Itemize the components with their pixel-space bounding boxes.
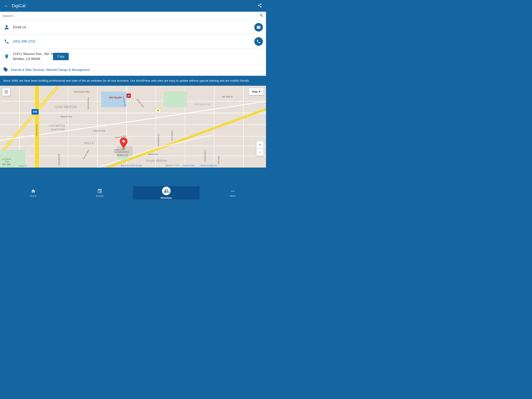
location-icon bbox=[3, 53, 10, 60]
nav-directory-label: Directory bbox=[161, 196, 172, 199]
svg-text:Greenleaf Ave: Greenleaf Ave bbox=[157, 135, 159, 147]
svg-text:Michigan Park: Michigan Park bbox=[195, 103, 211, 106]
tag-icon bbox=[3, 67, 8, 73]
svg-text:Map data ©2019 Google: Map data ©2019 Google bbox=[121, 164, 142, 167]
map-svg: Washington Blvd Slauson Ave Slauson Ave … bbox=[0, 86, 266, 167]
categories-text: Internet & Web Services, Website Design … bbox=[11, 68, 90, 72]
copy-button[interactable]: Copy bbox=[53, 53, 69, 60]
directory-active-circle bbox=[162, 187, 171, 195]
svg-text:Gunn Ave: Gunn Ave bbox=[218, 156, 220, 164]
map-type-label: Map bbox=[252, 90, 258, 93]
person-icon bbox=[3, 24, 10, 31]
search-bar bbox=[0, 12, 266, 20]
search-icon bbox=[259, 13, 264, 19]
info-section: Email Us (562) 696-2222 12411 Sla bbox=[0, 20, 266, 76]
phone-icon bbox=[3, 38, 10, 45]
svg-text:Sorensen Ave: Sorensen Ave bbox=[87, 97, 89, 110]
email-row[interactable]: Email Us bbox=[0, 20, 266, 34]
svg-text:605: 605 bbox=[33, 110, 37, 113]
nav-events-label: Events bbox=[96, 194, 104, 197]
svg-text:500 m: 500 m bbox=[165, 164, 171, 167]
google-logo: Google bbox=[2, 163, 11, 166]
search-input[interactable] bbox=[2, 14, 259, 18]
directory-icon bbox=[164, 188, 169, 194]
bottom-navigation: Home Events Directory More bbox=[0, 186, 266, 200]
svg-text:Los Nietos: Los Nietos bbox=[2, 158, 11, 160]
nav-item-events[interactable]: Events bbox=[67, 186, 133, 200]
zoom-out-button[interactable]: − bbox=[256, 148, 264, 156]
svg-text:Santa Fe: Santa Fe bbox=[19, 165, 27, 167]
hamburger-line bbox=[5, 92, 8, 92]
map-menu-button[interactable] bbox=[2, 88, 10, 96]
address-line1: 12411 Slauson Ave., Ste. A bbox=[13, 51, 53, 57]
address-row[interactable]: 12411 Slauson Ave., Ste. A Whittier, CA … bbox=[0, 49, 266, 64]
svg-rect-29 bbox=[101, 91, 127, 107]
svg-text:Pioneer Blvd: Pioneer Blvd bbox=[36, 125, 38, 136]
map-type-button[interactable]: Map ▾ bbox=[249, 88, 264, 95]
app-title: DigiCal bbox=[12, 3, 257, 8]
description-text: Since 1998, we have been building profes… bbox=[0, 76, 266, 86]
svg-text:Calmada Ave: Calmada Ave bbox=[204, 150, 206, 162]
zoom-in-button[interactable]: + bbox=[256, 141, 264, 148]
hamburger-line bbox=[5, 93, 8, 93]
svg-text:JUNCTION: JUNCTION bbox=[51, 128, 65, 131]
svg-text:Report a map error: Report a map error bbox=[201, 164, 217, 167]
svg-text:LOS NIETOS: LOS NIETOS bbox=[56, 105, 77, 109]
email-label: Email Us bbox=[13, 25, 254, 29]
svg-text:PIH Health: PIH Health bbox=[109, 96, 122, 99]
events-icon bbox=[97, 189, 102, 194]
back-button[interactable]: ← bbox=[4, 3, 9, 9]
nav-item-home[interactable]: Home bbox=[0, 186, 67, 200]
svg-text:Whittier DMV: Whittier DMV bbox=[148, 153, 158, 155]
svg-text:VALLA: VALLA bbox=[84, 142, 94, 145]
svg-text:Mulberry Dr: Mulberry Dr bbox=[117, 154, 128, 156]
address-line2: Whittier, CA 90606 bbox=[13, 57, 53, 62]
map-type-chevron: ▾ bbox=[259, 90, 260, 93]
svg-text:H: H bbox=[128, 94, 129, 97]
svg-text:Painter Ave: Painter Ave bbox=[171, 130, 173, 141]
svg-text:Washington Blvd: Washington Blvd bbox=[74, 90, 90, 93]
svg-text:LOS NIETOS: LOS NIETOS bbox=[49, 124, 65, 127]
svg-text:High School District: High School District bbox=[114, 151, 129, 153]
zoom-controls: + − bbox=[256, 141, 264, 156]
email-action-button[interactable] bbox=[254, 23, 263, 32]
share-button[interactable] bbox=[257, 3, 262, 9]
nav-more-label: More bbox=[230, 194, 236, 197]
home-icon bbox=[31, 189, 36, 194]
nav-item-more[interactable]: More bbox=[200, 186, 266, 200]
phone-row[interactable]: (562) 696-2222 bbox=[0, 34, 266, 49]
address-content: 12411 Slauson Ave., Ste. A Whittier, CA … bbox=[13, 51, 53, 61]
svg-text:Slauson Ave: Slauson Ave bbox=[94, 129, 105, 132]
nav-home-label: Home bbox=[30, 194, 37, 197]
svg-text:Terms of Use: Terms of Use bbox=[183, 164, 195, 167]
phone-action-button[interactable] bbox=[254, 37, 263, 46]
map-container[interactable]: Washington Blvd Slauson Ave Slauson Ave … bbox=[0, 86, 266, 167]
svg-text:Mar Vista St: Mar Vista St bbox=[222, 96, 233, 98]
svg-rect-26 bbox=[164, 91, 187, 107]
categories-row: Internet & Web Services, Website Design … bbox=[0, 64, 266, 76]
svg-rect-0 bbox=[0, 86, 266, 167]
phone-number: (562) 696-2222 bbox=[13, 39, 254, 44]
svg-text:Norwalk Blvd: Norwalk Blvd bbox=[58, 154, 60, 165]
svg-text:Park: Park bbox=[5, 161, 9, 163]
svg-text:Slauson Ave: Slauson Ave bbox=[60, 115, 72, 118]
nav-item-directory[interactable]: Directory bbox=[133, 186, 200, 200]
svg-text:South Whittier: South Whittier bbox=[146, 159, 167, 162]
more-icon bbox=[230, 189, 235, 194]
svg-point-72 bbox=[122, 140, 125, 142]
hamburger-line bbox=[5, 90, 8, 91]
svg-text:72: 72 bbox=[157, 109, 159, 112]
app-header: ← DigiCal bbox=[0, 0, 266, 12]
